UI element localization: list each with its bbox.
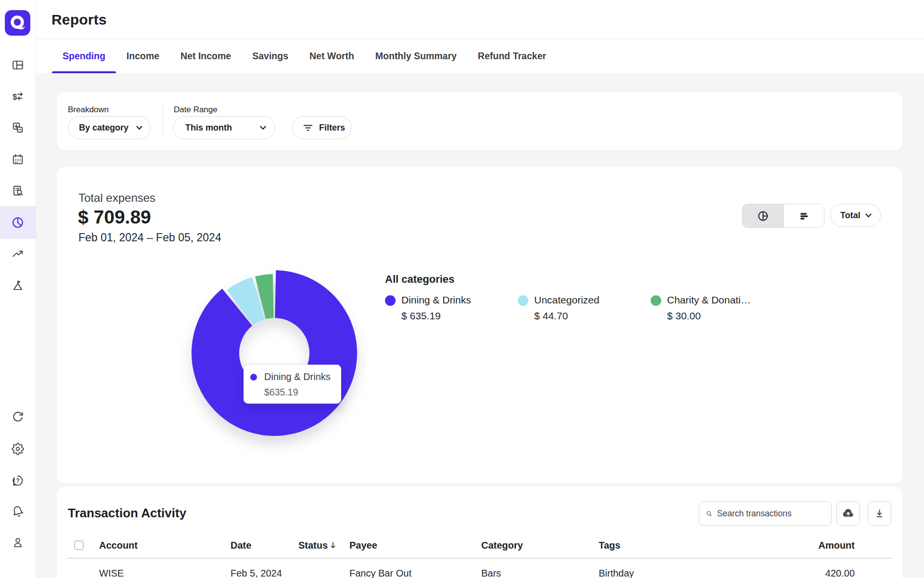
- search-input[interactable]: [717, 509, 825, 519]
- help-icon: ?: [12, 474, 24, 487]
- transaction-activity-card: Transaction Activity: [57, 486, 902, 578]
- pie-view-button[interactable]: [743, 204, 783, 227]
- profile-icon: [12, 536, 24, 549]
- tab-net-worth[interactable]: Net Worth: [299, 39, 365, 73]
- upload-button[interactable]: [836, 501, 860, 526]
- report-tabs: Spending Income Net Income Savings Net W…: [36, 39, 924, 73]
- tooltip-category-dot: [250, 374, 257, 381]
- chevron-down-icon: [136, 126, 142, 130]
- date-range-select[interactable]: This month: [173, 116, 275, 139]
- download-button[interactable]: [868, 501, 891, 526]
- sidebar-item-transactions[interactable]: $: [12, 90, 24, 103]
- legend-item-dining: Dining & Drinks $ 635.19: [385, 294, 471, 322]
- col-amount[interactable]: Amount: [807, 540, 855, 551]
- svg-text:?: ?: [16, 477, 20, 484]
- top-bar: Reports: [36, 0, 924, 39]
- breakdown-select[interactable]: By category: [68, 116, 151, 139]
- simplifi-q-icon: [5, 10, 30, 36]
- tab-monthly-summary[interactable]: Monthly Summary: [365, 39, 467, 73]
- search-icon: [706, 508, 712, 519]
- cloud-upload-icon: [842, 508, 854, 520]
- tab-savings[interactable]: Savings: [242, 39, 299, 73]
- app-root: $: [0, 0, 924, 578]
- filter-bar: Breakdown By category Date Range This mo…: [57, 92, 902, 150]
- sidebar-item-goals[interactable]: [12, 279, 24, 292]
- bell-icon: [12, 505, 24, 518]
- help-button[interactable]: ?: [12, 474, 24, 487]
- pie-chart-icon: [12, 216, 24, 229]
- cell-payee: Fancy Bar Out: [349, 568, 481, 578]
- total-view-select[interactable]: Total: [830, 204, 881, 227]
- refresh-icon: [12, 411, 24, 423]
- sort-down-icon: [330, 541, 336, 549]
- svg-text:$: $: [13, 92, 17, 101]
- accounts-icon: [12, 121, 24, 134]
- bar-view-button[interactable]: [783, 204, 824, 227]
- report-period: Feb 01, 2024 – Feb 05, 2024: [78, 231, 221, 244]
- total-expenses-amount: $ 709.89: [78, 207, 151, 228]
- transaction-table: Account Date Status Payee Category Tags …: [67, 533, 892, 578]
- money-transfer-icon: $: [12, 90, 24, 103]
- legend-dot-charity: [651, 295, 661, 306]
- table-header-row: Account Date Status Payee Category Tags …: [67, 533, 892, 559]
- gear-icon: [12, 443, 24, 455]
- sidebar-item-accounts[interactable]: [12, 121, 24, 134]
- pie-chart-icon: [757, 210, 769, 222]
- tooltip-category-label: Dining & Drinks: [264, 371, 331, 382]
- legend-dot-uncategorized: [518, 295, 528, 306]
- profile-button[interactable]: [12, 536, 24, 549]
- legend-title: All categories: [385, 273, 454, 286]
- report-search-icon: [12, 184, 24, 197]
- transaction-search[interactable]: [699, 501, 832, 526]
- filters-button[interactable]: Filters: [292, 116, 352, 139]
- sidebar-item-investments[interactable]: [12, 248, 24, 260]
- page-title: Reports: [51, 12, 107, 28]
- col-payee[interactable]: Payee: [349, 540, 481, 551]
- tab-net-income[interactable]: Net Income: [170, 39, 242, 73]
- spending-report-card: Total expenses $ 709.89 Feb 01, 2024 – F…: [57, 167, 902, 484]
- sidebar-item-calendar[interactable]: [12, 153, 24, 166]
- sidebar-item-reports[interactable]: [12, 216, 24, 229]
- legend-item-uncategorized: Uncategorized $ 44.70: [518, 294, 599, 322]
- cell-date: Feb 5, 2024: [231, 568, 298, 578]
- notifications-button[interactable]: [12, 505, 24, 518]
- date-range-label: Date Range: [174, 105, 218, 115]
- trend-chart-icon: [12, 248, 24, 260]
- donut-slice[interactable]: [192, 270, 357, 436]
- chevron-down-icon: [865, 213, 872, 218]
- mountain-flag-icon: [12, 279, 24, 292]
- filters-button-label: Filters: [319, 123, 345, 133]
- select-all-checkbox[interactable]: [74, 540, 84, 550]
- sidebar-item-dashboard[interactable]: [12, 59, 24, 71]
- breakdown-label: Breakdown: [68, 105, 109, 115]
- refresh-button[interactable]: [12, 411, 24, 423]
- sidebar: $: [0, 0, 36, 578]
- breakdown-value: By category: [79, 123, 128, 133]
- col-status[interactable]: Status: [298, 540, 349, 551]
- calendar-icon: [12, 153, 24, 166]
- filter-divider: [163, 104, 163, 139]
- tab-refund-tracker[interactable]: Refund Tracker: [467, 39, 557, 73]
- settings-button[interactable]: [12, 443, 24, 455]
- chevron-down-icon: [260, 126, 266, 130]
- col-account[interactable]: Account: [99, 540, 231, 551]
- legend-dot-dining: [385, 295, 396, 306]
- cell-account: WISE: [99, 568, 231, 578]
- col-category[interactable]: Category: [481, 540, 599, 551]
- legend-item-charity: Charity & Donati… $ 30.00: [651, 294, 751, 322]
- col-tags[interactable]: Tags: [599, 540, 807, 551]
- cell-amount: 420.00: [807, 568, 855, 578]
- spending-donut-chart[interactable]: [178, 257, 371, 449]
- sidebar-item-bills[interactable]: [12, 184, 24, 197]
- cell-tags: Birthday: [599, 568, 807, 578]
- app-logo[interactable]: [5, 10, 30, 36]
- content-area: Breakdown By category Date Range This mo…: [36, 73, 924, 578]
- main-area: Reports Spending Income Net Income Savin…: [36, 0, 924, 578]
- table-row[interactable]: WISE Feb 5, 2024 Fancy Bar Out Bars Birt…: [67, 559, 892, 578]
- total-expenses-label: Total expenses: [78, 191, 155, 205]
- tab-income[interactable]: Income: [116, 39, 170, 73]
- col-date[interactable]: Date: [231, 540, 298, 551]
- chart-type-toggle: [742, 204, 824, 228]
- tooltip-value: $635.19: [264, 387, 333, 398]
- tab-spending[interactable]: Spending: [52, 39, 116, 73]
